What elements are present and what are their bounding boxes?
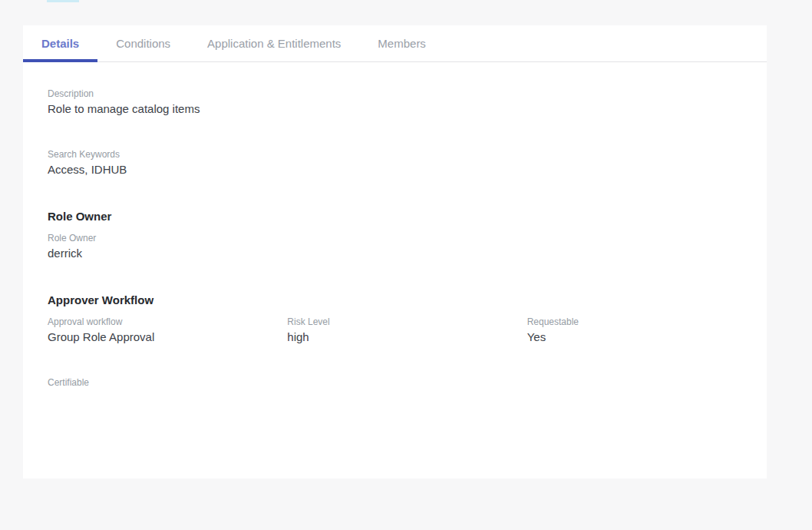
approval-workflow-value: Group Role Approval <box>48 330 287 345</box>
tab-application-entitlements-label: Application & Entitlements <box>207 37 341 50</box>
field-approval-workflow: Approval workflow Group Role Approval <box>48 316 287 345</box>
approval-workflow-label: Approval workflow <box>48 316 287 328</box>
role-owner-value: derrick <box>48 246 767 261</box>
tab-details-label: Details <box>41 37 79 50</box>
requestable-value: Yes <box>527 330 767 345</box>
field-description: Description Role to manage catalog items <box>48 88 767 117</box>
search-keywords-value: Access, IDHUB <box>48 162 767 177</box>
field-certifiable: Certifiable <box>48 376 767 389</box>
tab-conditions[interactable]: Conditions <box>97 25 189 61</box>
field-risk-level: Risk Level high <box>287 316 526 345</box>
tab-members[interactable]: Members <box>359 25 444 61</box>
description-label: Description <box>48 88 767 100</box>
tab-conditions-label: Conditions <box>116 37 170 50</box>
tab-application-entitlements[interactable]: Application & Entitlements <box>189 25 359 61</box>
approver-workflow-row: Approval workflow Group Role Approval Ri… <box>48 316 767 376</box>
field-search-keywords: Search Keywords Access, IDHUB <box>48 148 767 177</box>
field-role-owner: Role Owner derrick <box>48 232 767 261</box>
description-value: Role to manage catalog items <box>48 101 767 117</box>
page-background: Details Conditions Application & Entitle… <box>0 0 812 530</box>
section-heading-approver-workflow: Approver Workflow <box>48 293 767 308</box>
highlighted-element-fragment <box>47 0 79 2</box>
requestable-label: Requestable <box>527 316 767 328</box>
details-tab-content: Description Role to manage catalog items… <box>23 62 767 389</box>
field-requestable: Requestable Yes <box>527 316 767 345</box>
role-details-card: Details Conditions Application & Entitle… <box>23 25 767 479</box>
tab-details[interactable]: Details <box>23 25 97 61</box>
risk-level-value: high <box>287 330 526 345</box>
section-heading-role-owner: Role Owner <box>48 209 767 224</box>
tab-bar: Details Conditions Application & Entitle… <box>23 25 767 62</box>
role-owner-label: Role Owner <box>48 232 767 244</box>
certifiable-label: Certifiable <box>48 376 767 389</box>
tab-members-label: Members <box>378 37 426 50</box>
search-keywords-label: Search Keywords <box>48 148 767 161</box>
risk-level-label: Risk Level <box>287 316 526 328</box>
